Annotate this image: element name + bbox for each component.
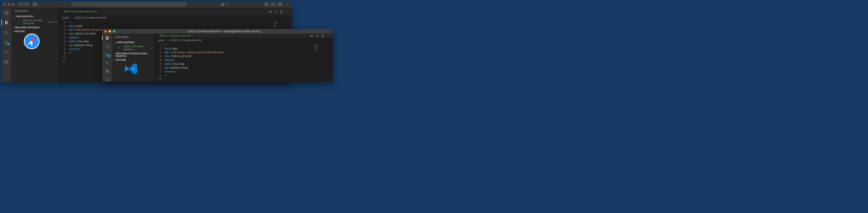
tab-active[interactable]: ↓ 2019-11-10-code-server.md × [154, 34, 197, 38]
sidebar-toggle-button[interactable] [32, 2, 37, 7]
vscode-app-icon[interactable] [124, 62, 138, 76]
extensions-icon[interactable] [3, 59, 9, 65]
tab-actions: ⇄ ▭ ◫ ⋯ [266, 8, 291, 15]
compare-icon[interactable]: ⇄ [269, 9, 272, 13]
title-bar: 2019-11-10-code-server.md — insujang.git… [102, 29, 333, 34]
search-icon[interactable] [104, 44, 110, 49]
split-editor-icon[interactable]: ◫ [280, 9, 283, 13]
compare-icon[interactable]: ⇄ [310, 34, 313, 38]
tab-label: 2019-11-10-code-server.md [64, 10, 95, 13]
downloads-icon[interactable]: ⬇ [264, 2, 269, 7]
source-control-badge: 1 [7, 42, 10, 45]
close-window-button[interactable] [104, 30, 107, 33]
svg-line-35 [106, 62, 106, 63]
svg-line-13 [7, 52, 8, 52]
svg-point-7 [5, 40, 6, 41]
workspace-section[interactable]: ›INSUJANG.GITHUB.IO [SSH: UBUNTU] [113, 52, 154, 58]
url-bar[interactable] [72, 2, 187, 7]
tab-label: 2019-11-10-code-server.md [159, 34, 191, 37]
close-window-button[interactable] [3, 3, 6, 6]
forward-button[interactable]: › [24, 2, 29, 7]
remote-icon[interactable] [104, 77, 110, 82]
back-button[interactable]: ‹ [18, 2, 23, 7]
svg-rect-16 [5, 60, 6, 62]
new-tab-button[interactable]: + [284, 2, 289, 7]
open-editor-item[interactable]: × ↓ 2019-11-10-code-server.m... U [113, 44, 154, 52]
line-gutter: 1234567891011 [154, 43, 164, 82]
svg-rect-37 [106, 70, 107, 71]
close-icon[interactable]: × [118, 47, 120, 50]
minimize-window-button[interactable] [108, 30, 111, 33]
source-control-icon[interactable]: 1 [104, 52, 110, 57]
code-editor[interactable]: 1234567891011 ---layout: posttitle: "Cod… [154, 43, 333, 82]
chevron-right-icon: › [165, 39, 166, 41]
tab-active[interactable]: ↓ 2019-11-10-code-server.md × [58, 8, 101, 15]
breadcrumb-dir[interactable]: _posts [157, 39, 164, 42]
tab-bar: ↓ 2019-11-10-code-server.md × ⇄ ▭ ◫ ⋯ [154, 34, 333, 38]
safari-app-icon[interactable] [23, 33, 40, 50]
open-editor-item[interactable]: × ↓ 2019-11-10-code-server.md _posts U [11, 18, 58, 26]
outline-section[interactable]: ›OUTLINE [113, 58, 154, 62]
source-control-badge: 1 [108, 54, 111, 57]
chevron-down-icon: ⌄ [114, 41, 116, 44]
svg-rect-18 [7, 62, 8, 63]
open-editors-section[interactable]: ⌄OPEN EDITORS [113, 40, 154, 44]
more-actions-icon[interactable]: ⋯ [327, 34, 330, 38]
activity-bar: 1 [1, 8, 11, 82]
code-lines[interactable]: ---layout: posttitle: "Code Server: Usin… [164, 43, 333, 82]
svg-rect-17 [5, 62, 6, 63]
open-editors-section[interactable]: ⌄OPEN EDITORS [11, 14, 58, 18]
breadcrumb-file[interactable]: 2019-11-10-code-server.md [74, 16, 106, 19]
traffic-lights [3, 3, 14, 6]
svg-point-10 [5, 51, 7, 53]
close-tab-icon[interactable]: × [193, 34, 194, 37]
open-file-name: 2019-11-10-code-server.md [23, 19, 45, 25]
activity-bar: 1 [102, 34, 113, 82]
breadcrumb-dir[interactable]: _posts [61, 16, 69, 19]
chevron-right-icon: › [13, 26, 14, 29]
svg-rect-38 [106, 71, 107, 73]
maximize-window-button[interactable] [12, 3, 14, 6]
chevron-right-icon: › [13, 30, 14, 33]
reload-icon[interactable]: ⟳ [225, 3, 227, 6]
breadcrumb[interactable]: _posts › ↓ 2019-11-10-code-server.md [58, 15, 291, 20]
workspace-section[interactable]: ›INSUJANG.GITHUB.IO [11, 26, 58, 29]
tabs-icon[interactable]: ⧉ [278, 2, 283, 7]
open-file-dir: _posts [47, 21, 54, 23]
debug-icon[interactable] [104, 61, 110, 65]
more-actions-icon[interactable]: ⋯ [286, 9, 289, 13]
svg-rect-39 [107, 71, 109, 73]
close-tab-icon[interactable]: × [97, 10, 99, 13]
browser-chrome: ‹ › 🔊 ⟳ ⬇ ⇪ ⧉ + [1, 1, 291, 8]
breadcrumb-file[interactable]: 2019-11-10-code-server.md [170, 39, 202, 42]
chrome-right-icons: ⬇ ⇪ ⧉ + [264, 2, 289, 7]
explorer-icon[interactable] [104, 36, 110, 40]
svg-point-28 [106, 45, 108, 47]
explorer-icon[interactable] [3, 20, 9, 26]
maximize-window-button[interactable] [113, 30, 115, 33]
preview-icon[interactable]: ▭ [315, 34, 319, 38]
close-icon[interactable]: × [18, 21, 19, 24]
minimize-window-button[interactable] [8, 3, 10, 6]
volume-icon[interactable]: 🔊 [221, 3, 224, 6]
preview-icon[interactable]: ▭ [274, 9, 277, 13]
open-editors-label: OPEN EDITORS [117, 41, 134, 44]
svg-rect-0 [33, 3, 36, 6]
svg-point-5 [5, 31, 7, 33]
source-control-icon[interactable]: 1 [3, 39, 9, 45]
svg-point-8 [5, 43, 6, 44]
debug-icon[interactable] [3, 49, 9, 55]
menu-icon[interactable] [3, 10, 9, 16]
split-editor-icon[interactable]: ◫ [321, 34, 324, 38]
extensions-icon[interactable] [104, 69, 110, 73]
minimap[interactable]: ▬▬▬▬▬▬▬▬▬▬▬▬▬▬▬▬▬▬▬▬▬▬▬▬▬▬▬▬▬ [314, 43, 333, 82]
svg-point-31 [106, 55, 106, 56]
markdown-file-icon: ↓ [20, 21, 22, 23]
breadcrumb[interactable]: _posts › ↓ 2019-11-10-code-server.md [154, 38, 333, 43]
search-icon[interactable] [3, 29, 9, 35]
share-icon[interactable]: ⇪ [271, 2, 276, 7]
outline-section[interactable]: ›OUTLINE [11, 29, 58, 33]
chevron-right-icon: › [114, 54, 115, 56]
markdown-file-icon: ↓ [72, 17, 73, 19]
outline-label: OUTLINE [15, 30, 25, 33]
